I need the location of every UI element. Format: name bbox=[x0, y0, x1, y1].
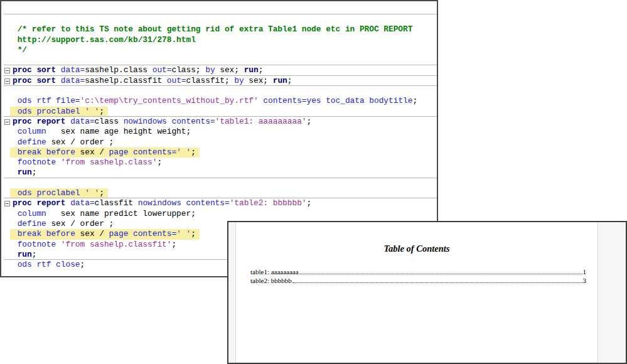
code-token: sex name age height weight; bbox=[46, 127, 191, 136]
code-token: run bbox=[273, 76, 287, 85]
toc-entry-label[interactable]: table2: bbbbbb bbox=[250, 277, 292, 286]
code-token: data= bbox=[70, 117, 94, 126]
collapse-minus-icon[interactable] bbox=[4, 119, 10, 125]
code-text: run; bbox=[13, 250, 36, 260]
code-token: column bbox=[18, 209, 46, 218]
code-line: column sex name age height weight; bbox=[13, 127, 437, 137]
code-text: ods rtf file='c:\temp\try_contents_witho… bbox=[13, 96, 417, 106]
code-token: ' ' bbox=[176, 229, 191, 238]
code-token: break before bbox=[18, 147, 75, 157]
code-token: define bbox=[18, 219, 46, 228]
code-text-highlighted: break before sex / page contents=' '; bbox=[10, 229, 200, 239]
code-token: by bbox=[205, 65, 215, 75]
code-line-blank bbox=[13, 86, 437, 96]
code-text: column sex name age height weight; bbox=[13, 127, 191, 137]
code-token: ; bbox=[171, 240, 176, 249]
code-token: 'from sashelp.class' bbox=[61, 158, 158, 167]
code-text: define sex / order ; bbox=[13, 219, 114, 229]
code-token bbox=[13, 240, 18, 249]
code-line: break before sex / page contents=' '; bbox=[13, 147, 437, 158]
code-token: ; bbox=[32, 168, 37, 177]
code-token: proc report bbox=[13, 198, 65, 208]
code-token: ' ' bbox=[85, 107, 99, 116]
collapse-minus-icon[interactable] bbox=[4, 201, 10, 206]
toc-entry-page-number: 3 bbox=[583, 277, 587, 286]
code-token: classfit bbox=[95, 198, 138, 208]
code-token: ; bbox=[80, 260, 85, 269]
code-token: ; bbox=[32, 250, 37, 259]
code-token: sex; bbox=[215, 65, 244, 75]
code-text: column sex name predict lowerupper; bbox=[13, 209, 196, 219]
code-token bbox=[13, 229, 18, 238]
code-token: ; bbox=[287, 76, 292, 85]
code-token bbox=[13, 107, 18, 116]
collapse-minus-icon[interactable] bbox=[4, 78, 10, 84]
code-text: ods rtf close; bbox=[13, 260, 85, 270]
code-token: footnote bbox=[18, 240, 56, 249]
code-line: run; bbox=[13, 168, 437, 178]
code-token bbox=[13, 147, 18, 157]
code-token: data= bbox=[70, 198, 94, 208]
code-token bbox=[13, 188, 18, 198]
code-token: */ bbox=[13, 45, 27, 55]
code-token: ; bbox=[191, 229, 196, 238]
code-token: sashelp.classfit bbox=[85, 76, 167, 85]
code-token: out= bbox=[153, 65, 172, 75]
toc-entry: table2: bbbbbb3 bbox=[250, 277, 586, 286]
code-token bbox=[13, 209, 18, 218]
code-token bbox=[56, 240, 61, 249]
code-line: ods rtf file='c:\temp\try_contents_witho… bbox=[13, 96, 437, 106]
code-token bbox=[13, 219, 18, 228]
code-token: footnote bbox=[18, 158, 56, 167]
code-text: run; bbox=[13, 168, 36, 178]
code-token: break before bbox=[18, 229, 75, 238]
code-line: ods proclabel ' '; bbox=[13, 107, 437, 117]
toc-entry-page-number: 1 bbox=[583, 268, 587, 277]
toc-entry: table1: aaaaaaaaa1 bbox=[250, 268, 586, 277]
code-token: nowindows contents= bbox=[138, 198, 230, 208]
code-token bbox=[13, 168, 18, 177]
code-token: ods proclabel bbox=[18, 188, 85, 198]
code-token: ; bbox=[307, 117, 312, 126]
code-token: out= bbox=[167, 76, 186, 85]
code-text: /* refer to this TS note about getting r… bbox=[13, 24, 412, 35]
document-page: Table of Contents table1: aaaaaaaaa1tabl… bbox=[235, 222, 598, 363]
toc-entry-label[interactable]: table1: aaaaaaaaa bbox=[250, 268, 299, 277]
code-line: proc report data=classfit nowindows cont… bbox=[13, 198, 437, 208]
code-token: sex / order ; bbox=[46, 219, 114, 228]
code-line: column sex name predict lowerupper; bbox=[13, 209, 437, 219]
code-token: define bbox=[18, 137, 46, 147]
code-token: run bbox=[18, 168, 32, 177]
code-token: contents=yes toc_data bodytitle bbox=[263, 96, 412, 105]
code-token: classfit; bbox=[186, 76, 235, 85]
toc-dot-leader bbox=[299, 274, 582, 274]
code-token: sex / order ; bbox=[46, 137, 114, 147]
code-text: */ bbox=[13, 45, 27, 55]
code-text: proc report data=class nowindows content… bbox=[13, 117, 311, 127]
code-line-blank bbox=[13, 178, 437, 188]
code-token: /* refer to this TS note about getting r… bbox=[13, 24, 412, 34]
code-text: define sex / order ; bbox=[13, 137, 114, 147]
code-line: proc report data=class nowindows content… bbox=[13, 117, 437, 127]
code-line: /* refer to this TS note about getting r… bbox=[13, 24, 437, 35]
code-token: ; bbox=[307, 198, 312, 208]
code-token: data= bbox=[61, 76, 85, 85]
code-line: */ bbox=[13, 45, 437, 55]
code-token: ' ' bbox=[85, 188, 99, 198]
code-token: column bbox=[18, 127, 46, 136]
code-token: sex / bbox=[75, 229, 109, 238]
code-token: class bbox=[95, 117, 124, 126]
toc-title: Table of Contents bbox=[236, 244, 598, 254]
code-token: ; bbox=[412, 96, 417, 105]
code-token: ; bbox=[99, 107, 104, 116]
code-text: proc sort data=sashelp.class out=class; … bbox=[13, 65, 263, 75]
code-token: 'table2: bbbbbb' bbox=[230, 198, 307, 208]
code-token: proc sort bbox=[13, 65, 56, 75]
collapse-minus-icon[interactable] bbox=[4, 68, 10, 73]
rtf-preview-window: Table of Contents table1: aaaaaaaaa1tabl… bbox=[227, 221, 627, 364]
toc-dot-leader bbox=[292, 282, 582, 283]
code-token: ods rtf file= bbox=[18, 96, 80, 105]
code-token: sex; bbox=[244, 76, 273, 85]
code-token: proc report bbox=[13, 117, 65, 126]
code-token bbox=[56, 158, 61, 167]
